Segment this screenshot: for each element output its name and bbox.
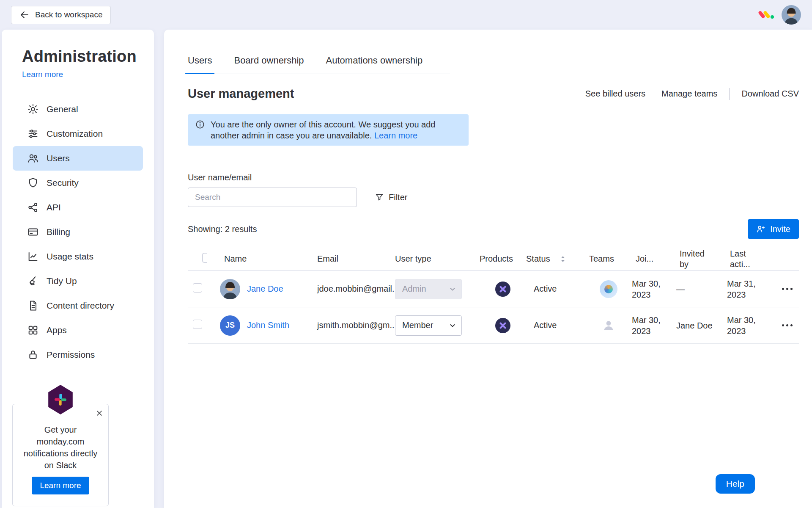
team-person-icon[interactable] xyxy=(602,319,615,332)
user-email: jdoe.mobbin@gmail.... xyxy=(317,284,395,294)
avatar: JS xyxy=(220,315,240,336)
results-count: Showing: 2 results xyxy=(188,224,257,234)
sidebar-item-users[interactable]: Users xyxy=(13,146,143,171)
filter-icon xyxy=(375,193,384,202)
shield-icon xyxy=(27,177,39,189)
column-name: Name xyxy=(213,254,317,264)
sidebar-item-customization[interactable]: Customization xyxy=(13,121,143,146)
avatar xyxy=(220,279,240,299)
sidebar-item-usage-stats[interactable]: Usage stats xyxy=(13,244,143,269)
product-icon[interactable] xyxy=(495,318,510,333)
column-status: Status xyxy=(526,254,585,264)
users-icon xyxy=(27,152,39,164)
column-last-active: Last acti... xyxy=(727,248,776,270)
info-icon xyxy=(195,120,205,129)
user-name-link[interactable]: Jane Doe xyxy=(247,284,283,294)
user-name-link[interactable]: John Smith xyxy=(247,320,289,330)
download-csv-link[interactable]: Download CSV xyxy=(741,89,799,99)
tab-automations-ownership[interactable]: Automations ownership xyxy=(326,55,423,74)
back-to-workspace-button[interactable]: Back to workspace xyxy=(11,6,111,24)
row-menu-button[interactable] xyxy=(778,284,797,294)
row-checkbox[interactable] xyxy=(193,320,202,329)
table-row: JS John Smith jsmith.mobbin@gm... Member… xyxy=(188,307,799,344)
user-type-dropdown[interactable]: Admin xyxy=(395,279,462,299)
topbar: Back to workspace xyxy=(0,0,812,30)
user-avatar[interactable] xyxy=(782,5,801,25)
status-badge: Active xyxy=(526,284,585,294)
sidebar-item-label: Apps xyxy=(47,325,67,335)
sort-icon[interactable] xyxy=(560,255,565,263)
share-nodes-icon xyxy=(27,202,39,213)
back-label: Back to workspace xyxy=(35,10,102,19)
apps-grid-icon xyxy=(27,324,39,336)
user-type-dropdown[interactable]: Member xyxy=(395,315,462,336)
header-links: See billed users Manage teams Download C… xyxy=(585,88,799,100)
sidebar-item-tidy-up[interactable]: Tidy Up xyxy=(13,269,143,293)
arrow-left-icon xyxy=(19,10,30,20)
sidebar-item-api[interactable]: API xyxy=(13,195,143,220)
row-menu-button[interactable] xyxy=(778,320,797,331)
sliders-icon xyxy=(27,128,39,140)
invited-by: — xyxy=(676,284,727,295)
search-input[interactable] xyxy=(188,188,357,207)
column-invited-by: Invited by xyxy=(676,248,727,270)
sidebar-learn-more-link[interactable]: Learn more xyxy=(22,70,63,79)
product-icon[interactable] xyxy=(495,282,510,297)
banner-learn-more-link[interactable]: Learn more xyxy=(374,131,417,140)
select-all-checkbox[interactable] xyxy=(202,253,207,263)
sidebar-item-apps[interactable]: Apps xyxy=(13,318,143,342)
filter-button[interactable]: Filter xyxy=(372,192,410,203)
vertical-divider xyxy=(729,88,730,100)
slack-promo-text: Get your monday.com notifications direct… xyxy=(20,424,101,471)
row-checkbox[interactable] xyxy=(193,283,202,293)
section-title: User management xyxy=(188,87,294,101)
manage-teams-link[interactable]: Manage teams xyxy=(661,89,717,99)
column-teams: Teams xyxy=(585,254,632,264)
sidebar-item-security[interactable]: Security xyxy=(13,171,143,195)
sidebar-item-general[interactable]: General xyxy=(13,97,143,121)
tab-board-ownership[interactable]: Board ownership xyxy=(234,55,304,74)
sidebar-item-content-directory[interactable]: Content directory xyxy=(13,293,143,318)
topbar-right xyxy=(759,5,801,25)
invite-user-icon xyxy=(756,224,765,234)
slack-logo-icon xyxy=(47,385,74,414)
lock-icon xyxy=(27,349,39,361)
sidebar-item-permissions[interactable]: Permissions xyxy=(13,342,143,367)
invited-by: Jane Doe xyxy=(676,320,727,331)
gear-icon xyxy=(27,103,39,115)
column-email: Email xyxy=(317,254,395,264)
broom-icon xyxy=(27,275,39,287)
chart-icon xyxy=(27,251,39,262)
column-products: Products xyxy=(480,254,526,264)
sidebar-item-label: Security xyxy=(47,178,79,188)
chevron-down-icon xyxy=(449,286,456,293)
status-badge: Active xyxy=(526,320,585,330)
sidebar-item-label: Usage stats xyxy=(47,251,93,262)
team-avatar[interactable] xyxy=(600,280,617,298)
sidebar-item-label: General xyxy=(47,104,78,114)
owner-info-banner: You are the only owner of this account. … xyxy=(188,114,469,146)
search-label: User name/email xyxy=(188,173,799,182)
banner-text: You are the only owner of this account. … xyxy=(211,119,461,141)
joined-date: Mar 30, 2023 xyxy=(632,278,676,300)
admin-sidebar: Administration Learn more General Custom… xyxy=(2,30,154,508)
slack-promo-card: Get your monday.com notifications direct… xyxy=(12,404,109,506)
last-active-date: Mar 30, 2023 xyxy=(727,315,776,337)
table-header-row: Name Email User type Products Status Tea… xyxy=(188,247,799,271)
close-icon[interactable] xyxy=(94,408,105,419)
tab-users[interactable]: Users xyxy=(188,55,212,74)
see-billed-users-link[interactable]: See billed users xyxy=(585,89,645,99)
main-panel: Users Board ownership Automations owners… xyxy=(164,30,812,508)
users-table: Name Email User type Products Status Tea… xyxy=(188,247,799,344)
sidebar-item-label: Permissions xyxy=(47,350,95,360)
sidebar-item-label: Billing xyxy=(47,227,70,237)
invite-button[interactable]: Invite xyxy=(748,219,799,239)
results-row: Showing: 2 results Invite xyxy=(188,219,799,239)
sidebar-item-billing[interactable]: Billing xyxy=(13,220,143,244)
last-active-date: Mar 31, 2023 xyxy=(727,278,776,300)
sidebar-menu: General Customization Users Security API xyxy=(2,97,154,367)
column-user-type: User type xyxy=(395,254,480,264)
sidebar-item-label: Customization xyxy=(47,129,103,139)
help-button[interactable]: Help xyxy=(716,474,755,494)
slack-learn-more-button[interactable]: Learn more xyxy=(32,477,89,494)
